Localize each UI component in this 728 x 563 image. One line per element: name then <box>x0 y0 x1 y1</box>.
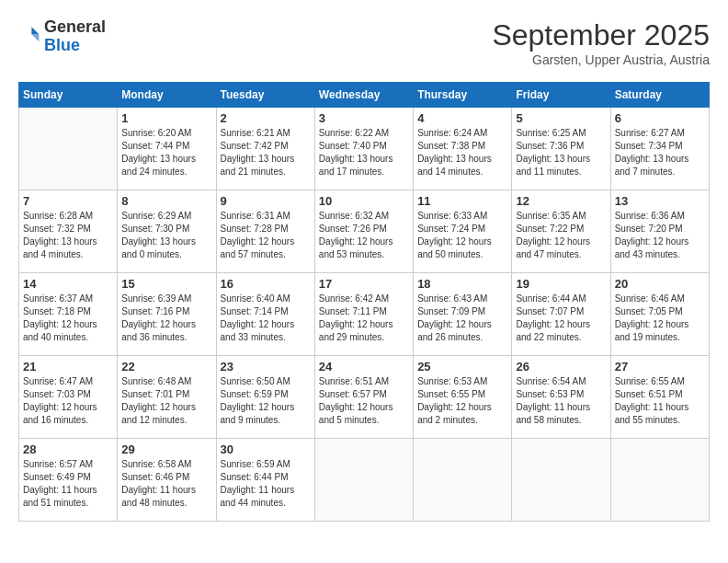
weekday-header: Friday <box>512 83 610 108</box>
day-info: Sunrise: 6:46 AMSunset: 7:05 PMDaylight:… <box>615 293 705 344</box>
day-info: Sunrise: 6:28 AMSunset: 7:32 PMDaylight:… <box>23 210 113 261</box>
calendar-cell: 15Sunrise: 6:39 AMSunset: 7:16 PMDayligh… <box>118 273 216 356</box>
calendar-cell: 5Sunrise: 6:25 AMSunset: 7:36 PMDaylight… <box>512 108 610 190</box>
day-number: 4 <box>417 111 507 125</box>
weekday-header: Thursday <box>414 83 512 108</box>
calendar-cell: 21Sunrise: 6:47 AMSunset: 7:03 PMDayligh… <box>19 356 118 439</box>
day-number: 7 <box>23 194 113 208</box>
day-info: Sunrise: 6:53 AMSunset: 6:55 PMDaylight:… <box>417 375 507 427</box>
day-number: 8 <box>121 194 211 208</box>
day-info: Sunrise: 6:59 AMSunset: 6:44 PMDaylight:… <box>221 458 311 510</box>
day-number: 1 <box>121 111 211 125</box>
calendar-cell <box>414 439 512 522</box>
page-header: General Blue September 2025 Garsten, Upp… <box>18 18 710 67</box>
svg-marker-1 <box>31 34 39 41</box>
day-info: Sunrise: 6:50 AMSunset: 6:59 PMDaylight:… <box>221 375 311 427</box>
svg-marker-0 <box>31 27 39 34</box>
calendar-cell: 20Sunrise: 6:46 AMSunset: 7:05 PMDayligh… <box>610 273 709 356</box>
day-number: 20 <box>615 277 705 291</box>
weekday-header: Tuesday <box>216 83 314 108</box>
calendar-week-row: 7Sunrise: 6:28 AMSunset: 7:32 PMDaylight… <box>19 190 710 273</box>
day-number: 12 <box>516 194 606 208</box>
calendar-cell <box>610 439 709 522</box>
calendar-cell: 22Sunrise: 6:48 AMSunset: 7:01 PMDayligh… <box>118 356 216 439</box>
calendar-cell: 11Sunrise: 6:33 AMSunset: 7:24 PMDayligh… <box>414 190 512 273</box>
day-number: 23 <box>221 360 311 373</box>
day-info: Sunrise: 6:27 AMSunset: 7:34 PMDaylight:… <box>615 127 705 178</box>
day-number: 19 <box>516 277 606 291</box>
day-number: 25 <box>417 360 507 373</box>
calendar-cell: 14Sunrise: 6:37 AMSunset: 7:18 PMDayligh… <box>19 273 118 356</box>
day-info: Sunrise: 6:57 AMSunset: 6:49 PMDaylight:… <box>23 458 113 510</box>
day-number: 11 <box>417 194 507 208</box>
day-info: Sunrise: 6:48 AMSunset: 7:01 PMDaylight:… <box>121 375 211 427</box>
day-info: Sunrise: 6:47 AMSunset: 7:03 PMDaylight:… <box>23 375 113 427</box>
day-info: Sunrise: 6:55 AMSunset: 6:51 PMDaylight:… <box>615 375 705 427</box>
day-info: Sunrise: 6:25 AMSunset: 7:36 PMDaylight:… <box>516 127 606 178</box>
day-info: Sunrise: 6:33 AMSunset: 7:24 PMDaylight:… <box>417 210 507 261</box>
calendar-cell: 17Sunrise: 6:42 AMSunset: 7:11 PMDayligh… <box>314 273 413 356</box>
day-number: 3 <box>319 111 409 125</box>
day-info: Sunrise: 6:21 AMSunset: 7:42 PMDaylight:… <box>221 127 311 178</box>
day-number: 2 <box>221 111 311 125</box>
day-number: 27 <box>615 360 705 373</box>
day-number: 6 <box>615 111 705 125</box>
day-info: Sunrise: 6:37 AMSunset: 7:18 PMDaylight:… <box>23 293 113 344</box>
calendar-cell <box>19 108 118 190</box>
calendar-cell: 6Sunrise: 6:27 AMSunset: 7:34 PMDaylight… <box>610 108 709 190</box>
day-info: Sunrise: 6:58 AMSunset: 6:46 PMDaylight:… <box>121 458 211 510</box>
title-block: September 2025 Garsten, Upper Austria, A… <box>492 18 710 67</box>
day-number: 26 <box>516 360 606 373</box>
day-info: Sunrise: 6:43 AMSunset: 7:09 PMDaylight:… <box>417 293 507 344</box>
day-number: 29 <box>121 442 211 456</box>
calendar-cell: 3Sunrise: 6:22 AMSunset: 7:40 PMDaylight… <box>314 108 413 190</box>
day-number: 18 <box>417 277 507 291</box>
calendar-cell: 29Sunrise: 6:58 AMSunset: 6:46 PMDayligh… <box>118 439 216 522</box>
calendar-cell: 2Sunrise: 6:21 AMSunset: 7:42 PMDaylight… <box>216 108 314 190</box>
logo-text-line1: General <box>44 18 106 37</box>
calendar-week-row: 1Sunrise: 6:20 AMSunset: 7:44 PMDaylight… <box>19 108 710 190</box>
calendar-cell: 27Sunrise: 6:55 AMSunset: 6:51 PMDayligh… <box>610 356 709 439</box>
calendar-table: SundayMondayTuesdayWednesdayThursdayFrid… <box>18 82 710 522</box>
day-number: 24 <box>319 360 409 373</box>
day-number: 28 <box>23 442 113 456</box>
calendar-cell: 1Sunrise: 6:20 AMSunset: 7:44 PMDaylight… <box>118 108 216 190</box>
month-title: September 2025 <box>492 18 710 52</box>
calendar-cell: 9Sunrise: 6:31 AMSunset: 7:28 PMDaylight… <box>216 190 314 273</box>
logo-icon <box>18 24 40 46</box>
calendar-cell: 25Sunrise: 6:53 AMSunset: 6:55 PMDayligh… <box>414 356 512 439</box>
calendar-cell: 16Sunrise: 6:40 AMSunset: 7:14 PMDayligh… <box>216 273 314 356</box>
day-number: 30 <box>221 442 311 456</box>
calendar-cell: 13Sunrise: 6:36 AMSunset: 7:20 PMDayligh… <box>610 190 709 273</box>
calendar-cell: 8Sunrise: 6:29 AMSunset: 7:30 PMDaylight… <box>118 190 216 273</box>
calendar-week-row: 14Sunrise: 6:37 AMSunset: 7:18 PMDayligh… <box>19 273 710 356</box>
day-info: Sunrise: 6:42 AMSunset: 7:11 PMDaylight:… <box>319 293 409 344</box>
day-number: 21 <box>23 360 113 373</box>
weekday-header: Saturday <box>610 83 709 108</box>
location-subtitle: Garsten, Upper Austria, Austria <box>492 52 710 67</box>
day-info: Sunrise: 6:22 AMSunset: 7:40 PMDaylight:… <box>319 127 409 178</box>
calendar-cell: 26Sunrise: 6:54 AMSunset: 6:53 PMDayligh… <box>512 356 610 439</box>
calendar-cell: 23Sunrise: 6:50 AMSunset: 6:59 PMDayligh… <box>216 356 314 439</box>
calendar-cell: 7Sunrise: 6:28 AMSunset: 7:32 PMDaylight… <box>19 190 118 273</box>
calendar-cell: 10Sunrise: 6:32 AMSunset: 7:26 PMDayligh… <box>314 190 413 273</box>
day-number: 9 <box>221 194 311 208</box>
day-number: 17 <box>319 277 409 291</box>
day-info: Sunrise: 6:35 AMSunset: 7:22 PMDaylight:… <box>516 210 606 261</box>
day-info: Sunrise: 6:20 AMSunset: 7:44 PMDaylight:… <box>121 127 211 178</box>
day-number: 15 <box>121 277 211 291</box>
weekday-header: Monday <box>118 83 216 108</box>
day-info: Sunrise: 6:24 AMSunset: 7:38 PMDaylight:… <box>417 127 507 178</box>
weekday-header: Wednesday <box>314 83 413 108</box>
day-number: 10 <box>319 194 409 208</box>
weekday-header: Sunday <box>19 83 118 108</box>
day-info: Sunrise: 6:36 AMSunset: 7:20 PMDaylight:… <box>615 210 705 261</box>
logo: General Blue <box>18 18 106 55</box>
day-info: Sunrise: 6:29 AMSunset: 7:30 PMDaylight:… <box>121 210 211 261</box>
calendar-cell: 4Sunrise: 6:24 AMSunset: 7:38 PMDaylight… <box>414 108 512 190</box>
day-info: Sunrise: 6:44 AMSunset: 7:07 PMDaylight:… <box>516 293 606 344</box>
day-info: Sunrise: 6:32 AMSunset: 7:26 PMDaylight:… <box>319 210 409 261</box>
day-number: 16 <box>221 277 311 291</box>
calendar-cell: 12Sunrise: 6:35 AMSunset: 7:22 PMDayligh… <box>512 190 610 273</box>
calendar-week-row: 28Sunrise: 6:57 AMSunset: 6:49 PMDayligh… <box>19 439 710 522</box>
